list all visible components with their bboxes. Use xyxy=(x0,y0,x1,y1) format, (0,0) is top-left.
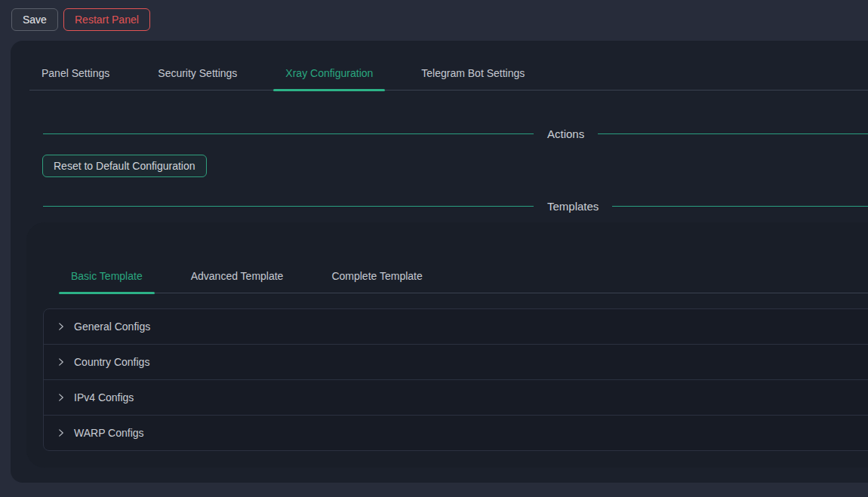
chevron-right-icon xyxy=(57,357,66,367)
collapse-item-country-configs: Country Configs xyxy=(44,344,868,379)
templates-divider-label: Templates xyxy=(547,200,599,213)
actions-divider: Actions xyxy=(43,124,868,143)
warp-configs-header[interactable]: WARP Configs xyxy=(44,416,868,450)
tab-security-settings[interactable]: Security Settings xyxy=(146,57,249,90)
chevron-right-icon xyxy=(57,322,66,331)
collapse-header-label: WARP Configs xyxy=(74,427,144,439)
collapse-header-label: Country Configs xyxy=(74,356,149,368)
settings-card: Panel Settings Security Settings Xray Co… xyxy=(11,41,868,483)
collapse-header-label: IPv4 Configs xyxy=(74,391,134,403)
collapse-header-label: General Configs xyxy=(74,321,150,333)
collapse-item-warp-configs: WARP Configs xyxy=(44,415,868,450)
templates-divider: Templates xyxy=(43,197,868,215)
divider-line xyxy=(598,133,868,134)
template-configs-collapse: General Configs Country Configs IPv4 Con… xyxy=(43,308,868,451)
divider-line xyxy=(612,206,868,207)
tab-telegram-bot-settings[interactable]: Telegram Bot Settings xyxy=(409,57,537,90)
tab-panel-settings[interactable]: Panel Settings xyxy=(29,57,122,90)
restart-panel-button[interactable]: Restart Panel xyxy=(63,8,150,31)
ipv4-configs-header[interactable]: IPv4 Configs xyxy=(44,380,868,415)
chevron-right-icon xyxy=(57,393,66,402)
chevron-right-icon xyxy=(57,428,66,437)
template-tabs: Basic Template Advanced Template Complet… xyxy=(59,259,868,293)
save-button[interactable]: Save xyxy=(11,8,58,31)
settings-tabs: Panel Settings Security Settings Xray Co… xyxy=(29,57,868,91)
actions-divider-label: Actions xyxy=(547,127,584,140)
reset-default-configuration-button[interactable]: Reset to Default Configuration xyxy=(42,155,207,177)
collapse-item-ipv4-configs: IPv4 Configs xyxy=(44,379,868,415)
tab-complete-template[interactable]: Complete Template xyxy=(319,259,434,293)
tab-advanced-template[interactable]: Advanced Template xyxy=(179,259,296,293)
collapse-item-general-configs: General Configs xyxy=(44,309,868,344)
tab-xray-configuration[interactable]: Xray Configuration xyxy=(273,57,385,90)
country-configs-header[interactable]: Country Configs xyxy=(44,345,868,379)
divider-line xyxy=(43,206,534,207)
general-configs-header[interactable]: General Configs xyxy=(44,309,868,344)
templates-card: Basic Template Advanced Template Complet… xyxy=(26,222,868,468)
divider-line xyxy=(43,133,534,134)
tab-basic-template[interactable]: Basic Template xyxy=(59,259,155,293)
topbar: Save Restart Panel xyxy=(0,0,868,41)
